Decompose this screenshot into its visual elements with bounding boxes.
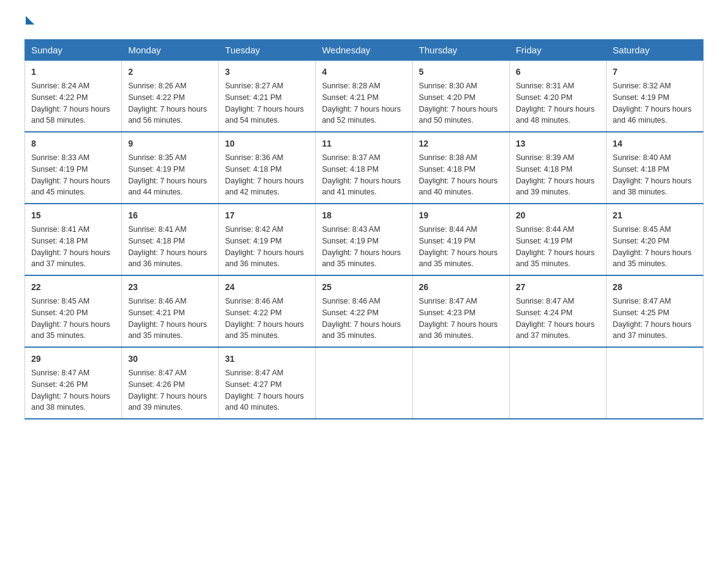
day-daylight: Daylight: 7 hours hoursand 50 minutes. [419, 105, 498, 125]
day-number: 8 [31, 137, 115, 150]
page-header [25, 18, 703, 27]
calendar-cell: 5 Sunrise: 8:30 AM Sunset: 4:20 PM Dayli… [412, 61, 509, 132]
day-sunset: Sunset: 4:21 PM [128, 308, 184, 317]
calendar-cell: 13 Sunrise: 8:39 AM Sunset: 4:18 PM Dayl… [509, 132, 606, 204]
logo [25, 18, 34, 27]
calendar-cell: 16 Sunrise: 8:41 AM Sunset: 4:18 PM Dayl… [122, 204, 219, 275]
day-sunset: Sunset: 4:18 PM [225, 165, 281, 174]
day-daylight: Daylight: 7 hours hoursand 42 minutes. [225, 177, 304, 197]
day-sunset: Sunset: 4:20 PM [516, 93, 572, 102]
day-sunrise: Sunrise: 8:46 AM [128, 297, 186, 305]
calendar-cell: 12 Sunrise: 8:38 AM Sunset: 4:18 PM Dayl… [412, 132, 509, 204]
calendar-cell: 24 Sunrise: 8:46 AM Sunset: 4:22 PM Dayl… [219, 275, 316, 347]
weekday-header-monday: Monday [122, 40, 219, 61]
day-number: 13 [516, 137, 600, 150]
day-sunset: Sunset: 4:20 PM [31, 308, 88, 317]
day-sunrise: Sunrise: 8:44 AM [516, 225, 574, 234]
calendar-cell [606, 347, 703, 419]
day-sunrise: Sunrise: 8:47 AM [31, 369, 89, 377]
day-sunset: Sunset: 4:23 PM [419, 308, 476, 317]
day-daylight: Daylight: 7 hours hoursand 36 minutes. [128, 248, 207, 269]
day-sunrise: Sunrise: 8:47 AM [516, 297, 574, 305]
day-sunset: Sunset: 4:24 PM [516, 308, 572, 317]
day-sunrise: Sunrise: 8:46 AM [225, 297, 283, 305]
calendar-cell: 30 Sunrise: 8:47 AM Sunset: 4:26 PM Dayl… [122, 347, 219, 419]
weekday-header-row: SundayMondayTuesdayWednesdayThursdayFrid… [25, 40, 703, 61]
day-number: 21 [613, 209, 697, 222]
day-daylight: Daylight: 7 hours hoursand 45 minutes. [31, 177, 110, 197]
day-sunset: Sunset: 4:19 PM [128, 165, 184, 174]
day-sunrise: Sunrise: 8:47 AM [613, 297, 671, 305]
calendar-table: SundayMondayTuesdayWednesdayThursdayFrid… [25, 39, 703, 419]
day-sunrise: Sunrise: 8:30 AM [419, 82, 477, 90]
calendar-cell: 23 Sunrise: 8:46 AM Sunset: 4:21 PM Dayl… [122, 275, 219, 347]
day-sunrise: Sunrise: 8:47 AM [225, 369, 283, 377]
day-sunrise: Sunrise: 8:41 AM [128, 225, 186, 234]
calendar-week-row: 1 Sunrise: 8:24 AM Sunset: 4:22 PM Dayli… [25, 61, 703, 132]
day-number: 15 [31, 209, 115, 222]
calendar-cell: 17 Sunrise: 8:42 AM Sunset: 4:19 PM Dayl… [219, 204, 316, 275]
day-daylight: Daylight: 7 hours hoursand 37 minutes. [516, 320, 595, 340]
day-daylight: Daylight: 7 hours hoursand 35 minutes. [225, 320, 304, 340]
day-number: 22 [31, 281, 115, 294]
day-number: 1 [31, 66, 115, 79]
day-daylight: Daylight: 7 hours hoursand 46 minutes. [613, 105, 692, 125]
day-sunrise: Sunrise: 8:41 AM [31, 225, 89, 234]
day-number: 25 [322, 281, 406, 294]
day-number: 2 [128, 66, 212, 79]
day-sunrise: Sunrise: 8:28 AM [322, 82, 380, 90]
calendar-cell: 28 Sunrise: 8:47 AM Sunset: 4:25 PM Dayl… [606, 275, 703, 347]
day-daylight: Daylight: 7 hours hoursand 38 minutes. [613, 177, 692, 197]
day-sunset: Sunset: 4:19 PM [613, 93, 669, 102]
day-number: 17 [225, 209, 309, 222]
day-sunset: Sunset: 4:18 PM [516, 165, 572, 174]
day-sunset: Sunset: 4:18 PM [613, 165, 669, 174]
day-sunset: Sunset: 4:19 PM [31, 165, 88, 174]
day-sunrise: Sunrise: 8:31 AM [516, 82, 574, 90]
day-daylight: Daylight: 7 hours hoursand 39 minutes. [516, 177, 595, 197]
day-sunset: Sunset: 4:22 PM [225, 308, 281, 317]
day-sunrise: Sunrise: 8:27 AM [225, 82, 283, 90]
calendar-week-row: 29 Sunrise: 8:47 AM Sunset: 4:26 PM Dayl… [25, 347, 703, 419]
calendar-cell: 8 Sunrise: 8:33 AM Sunset: 4:19 PM Dayli… [25, 132, 122, 204]
day-number: 3 [225, 66, 309, 79]
day-sunset: Sunset: 4:20 PM [419, 93, 476, 102]
day-daylight: Daylight: 7 hours hoursand 48 minutes. [516, 105, 595, 125]
day-number: 7 [613, 66, 697, 79]
day-number: 20 [516, 209, 600, 222]
day-sunrise: Sunrise: 8:47 AM [128, 369, 186, 377]
day-sunset: Sunset: 4:19 PM [322, 237, 378, 245]
day-number: 11 [322, 137, 406, 150]
day-sunset: Sunset: 4:18 PM [322, 165, 378, 174]
day-sunset: Sunset: 4:25 PM [613, 308, 669, 317]
day-daylight: Daylight: 7 hours hoursand 35 minutes. [419, 248, 498, 269]
day-sunset: Sunset: 4:26 PM [128, 380, 184, 389]
day-sunrise: Sunrise: 8:44 AM [419, 225, 477, 234]
day-number: 30 [128, 353, 212, 366]
calendar-cell [509, 347, 606, 419]
day-sunrise: Sunrise: 8:32 AM [613, 82, 671, 90]
day-number: 26 [419, 281, 503, 294]
calendar-cell: 22 Sunrise: 8:45 AM Sunset: 4:20 PM Dayl… [25, 275, 122, 347]
day-daylight: Daylight: 7 hours hoursand 35 minutes. [128, 320, 207, 340]
calendar-cell: 26 Sunrise: 8:47 AM Sunset: 4:23 PM Dayl… [412, 275, 509, 347]
day-sunrise: Sunrise: 8:36 AM [225, 153, 283, 162]
day-sunrise: Sunrise: 8:42 AM [225, 225, 283, 234]
day-sunset: Sunset: 4:18 PM [419, 165, 476, 174]
day-number: 24 [225, 281, 309, 294]
calendar-cell: 31 Sunrise: 8:47 AM Sunset: 4:27 PM Dayl… [219, 347, 316, 419]
calendar-cell: 29 Sunrise: 8:47 AM Sunset: 4:26 PM Dayl… [25, 347, 122, 419]
calendar-cell [316, 347, 412, 419]
day-sunrise: Sunrise: 8:47 AM [419, 297, 477, 305]
calendar-cell: 21 Sunrise: 8:45 AM Sunset: 4:20 PM Dayl… [606, 204, 703, 275]
day-number: 19 [419, 209, 503, 222]
day-daylight: Daylight: 7 hours hoursand 35 minutes. [613, 248, 692, 269]
day-daylight: Daylight: 7 hours hoursand 35 minutes. [322, 320, 401, 340]
day-sunset: Sunset: 4:22 PM [31, 93, 88, 102]
calendar-cell: 7 Sunrise: 8:32 AM Sunset: 4:19 PM Dayli… [606, 61, 703, 132]
day-number: 14 [613, 137, 697, 150]
day-number: 4 [322, 66, 406, 79]
calendar-cell: 20 Sunrise: 8:44 AM Sunset: 4:19 PM Dayl… [509, 204, 606, 275]
calendar-cell: 11 Sunrise: 8:37 AM Sunset: 4:18 PM Dayl… [316, 132, 412, 204]
calendar-cell: 2 Sunrise: 8:26 AM Sunset: 4:22 PM Dayli… [122, 61, 219, 132]
